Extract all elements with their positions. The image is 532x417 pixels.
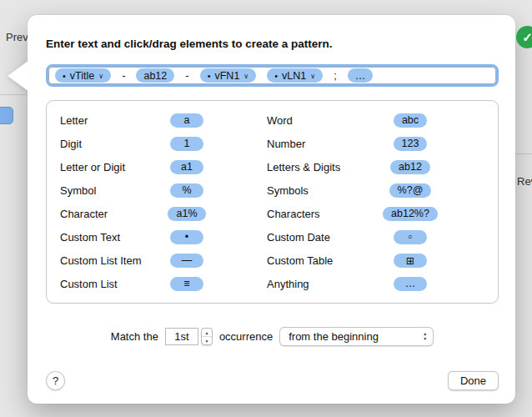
element-row-characters: Characters ab12%? xyxy=(267,202,484,225)
element-label: Custom Table xyxy=(267,254,375,267)
pattern-token-anything[interactable]: … xyxy=(348,68,374,83)
popover-arrow xyxy=(8,60,29,92)
element-token-custom-table[interactable]: ⊞ xyxy=(394,254,427,268)
element-label: Number xyxy=(267,138,375,150)
match-label-after: occurrence xyxy=(219,330,273,343)
element-row-symbol: Symbol % xyxy=(60,178,257,202)
element-token-characters[interactable]: ab12%? xyxy=(383,207,438,221)
dialog-title: Enter text and click/drag elements to cr… xyxy=(46,38,499,50)
done-button[interactable]: Done xyxy=(448,371,499,390)
pattern-separator: - xyxy=(122,69,125,82)
stepper-up-icon[interactable]: ▲ xyxy=(202,329,212,337)
element-label: Character xyxy=(60,208,163,220)
pattern-token-ab12[interactable]: ab12 xyxy=(136,68,174,83)
dialog-footer: ? Done xyxy=(46,371,499,390)
background-divider-right xyxy=(515,153,532,154)
element-row-number: Number 123 xyxy=(267,132,484,155)
chevron-down-icon: ∨ xyxy=(243,73,248,80)
element-label: Custom Text xyxy=(60,231,163,244)
element-row-custom-list-item: Custom List Item — xyxy=(60,249,257,272)
element-row-letters-digits: Letters & Digits ab12 xyxy=(267,155,484,178)
background-prev-label: Prev xyxy=(6,31,28,43)
success-check-icon: ✓ xyxy=(516,26,532,48)
element-row-letter: Letter a xyxy=(60,108,257,132)
element-row-word: Word abc xyxy=(267,108,484,132)
element-label: Symbols xyxy=(267,184,375,197)
element-row-anything: Anything … xyxy=(267,272,484,295)
element-label: Custom List xyxy=(60,278,163,290)
pattern-separator: ; xyxy=(334,69,337,82)
background-blue-button[interactable] xyxy=(0,107,13,124)
token-label: vLN1 xyxy=(282,70,306,82)
element-row-custom-date: Custom Date ▫ xyxy=(267,225,484,249)
element-label: Digit xyxy=(60,138,163,150)
element-token-custom-list[interactable]: ≡ xyxy=(170,277,203,291)
element-row-custom-list: Custom List ≡ xyxy=(60,272,257,295)
popup-updown-icon: ▲ ▼ xyxy=(423,332,427,341)
scope-dropdown[interactable]: from the beginning ▲ ▼ xyxy=(279,327,434,346)
token-label: ab12 xyxy=(143,70,167,82)
element-label: Anything xyxy=(267,278,375,290)
occurrence-ordinal-field[interactable]: 1st xyxy=(165,328,198,345)
match-options-row: Match the 1st ▲ ▼ occurrence from the be… xyxy=(46,327,499,346)
pattern-editor-popover: Enter text and click/drag elements to cr… xyxy=(28,15,515,404)
match-label-before: Match the xyxy=(111,330,158,343)
element-label: Letters & Digits xyxy=(267,161,375,173)
pattern-builder-field[interactable]: • vTitle ∨ - ab12 - • vFN1 ∨ • vLN1 ∨ ; … xyxy=(46,64,499,87)
bullet-icon: • xyxy=(274,71,278,81)
bullet-icon: • xyxy=(208,71,211,81)
element-row-custom-text: Custom Text • xyxy=(60,225,257,249)
element-label: Word xyxy=(267,114,375,127)
element-token-custom-date[interactable]: ▫ xyxy=(394,230,427,244)
element-token-anything[interactable]: … xyxy=(394,277,427,291)
element-label: Symbol xyxy=(60,184,163,197)
element-label: Letter or Digit xyxy=(60,161,163,173)
token-label: vFN1 xyxy=(214,70,239,82)
chevron-down-icon: ∨ xyxy=(310,73,315,80)
pattern-token-vfn1-menu[interactable]: • vFN1 ∨ xyxy=(200,68,257,83)
element-token-symbols[interactable]: %?@ xyxy=(389,183,432,198)
help-button[interactable]: ? xyxy=(46,371,65,390)
element-label: Characters xyxy=(267,208,375,220)
element-token-character[interactable]: a1% xyxy=(168,207,205,221)
token-label: … xyxy=(355,70,366,82)
element-row-character: Character a1% xyxy=(60,202,257,225)
element-token-custom-text[interactable]: • xyxy=(170,230,203,244)
pattern-separator: - xyxy=(185,69,188,82)
element-token-letter-or-digit[interactable]: a1 xyxy=(170,160,203,174)
background-divider-left xyxy=(0,94,28,95)
element-row-custom-table: Custom Table ⊞ xyxy=(267,249,484,272)
occurrence-control: 1st ▲ ▼ xyxy=(165,328,213,345)
token-label: vTitle xyxy=(70,70,94,82)
pattern-elements-palette: Letter a Word abc Digit 1 Number 123 Let… xyxy=(46,100,499,304)
element-row-letter-or-digit: Letter or Digit a1 xyxy=(60,155,257,178)
stepper-down-icon[interactable]: ▼ xyxy=(202,337,212,344)
background-rev-label: Rev xyxy=(517,175,532,188)
pattern-token-vln1-menu[interactable]: • vLN1 ∨ xyxy=(267,68,323,83)
element-row-digit: Digit 1 xyxy=(60,132,257,155)
element-token-word[interactable]: abc xyxy=(394,113,427,128)
bullet-icon: • xyxy=(63,71,66,81)
element-label: Custom List Item xyxy=(60,254,163,267)
chevron-down-icon: ∨ xyxy=(98,73,103,80)
element-token-letter[interactable]: a xyxy=(170,113,203,128)
element-label: Letter xyxy=(60,114,163,127)
scope-dropdown-value: from the beginning xyxy=(289,330,379,343)
element-token-digit[interactable]: 1 xyxy=(170,137,203,151)
element-token-number[interactable]: 123 xyxy=(394,137,428,151)
element-row-symbols: Symbols %?@ xyxy=(267,178,484,202)
element-token-custom-list-item[interactable]: — xyxy=(170,254,203,268)
element-token-symbol[interactable]: % xyxy=(170,183,203,198)
element-label: Custom Date xyxy=(267,231,375,244)
pattern-token-vtitle-menu[interactable]: • vTitle ∨ xyxy=(55,68,111,83)
occurrence-stepper[interactable]: ▲ ▼ xyxy=(201,328,213,345)
element-token-letters-digits[interactable]: ab12 xyxy=(390,160,430,174)
